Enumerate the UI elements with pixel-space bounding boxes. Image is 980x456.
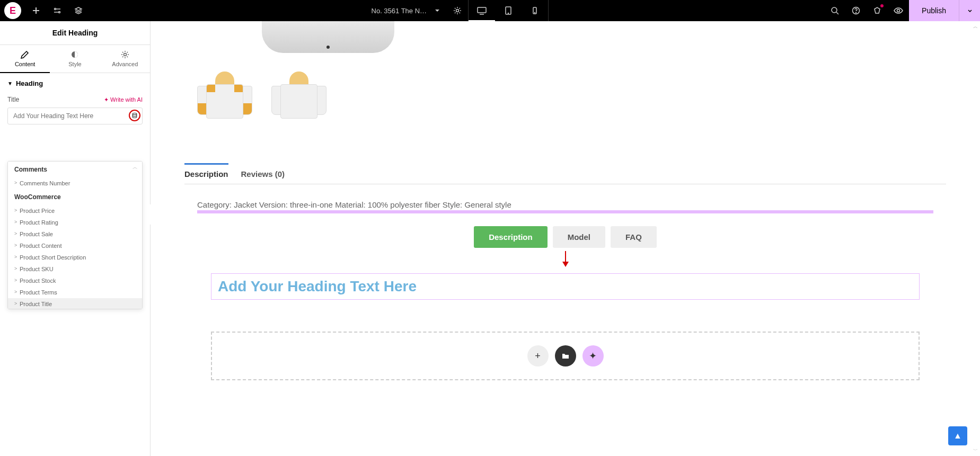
panel-title: Edit Heading [0, 21, 150, 45]
dd-item-product-content[interactable]: Product Content [8, 240, 142, 252]
selection-highlight [197, 210, 933, 213]
add-section-area[interactable]: + ✦ [211, 332, 920, 380]
svg-point-22 [133, 113, 137, 115]
heading-widget[interactable]: Add Your Heading Text Here [211, 273, 920, 300]
device-mobile[interactable] [522, 0, 548, 21]
svg-point-2 [55, 8, 56, 10]
page-selector[interactable]: No. 3561 The No… [365, 0, 447, 21]
annotation-arrow-icon [560, 251, 571, 270]
topbar-right: Publish [824, 0, 980, 21]
page-settings-button[interactable] [447, 0, 468, 21]
section-heading-toggle[interactable]: ▼ Heading [0, 73, 150, 94]
woo-tab-reviews[interactable]: Reviews (0) [241, 164, 285, 184]
add-section-folder[interactable] [555, 345, 576, 366]
dd-item-comments-number[interactable]: Comments Number [8, 177, 142, 189]
caret-down-icon: ▼ [7, 81, 13, 86]
topbar-center: No. 3561 The No… [89, 0, 824, 21]
help-button[interactable] [845, 0, 867, 21]
svg-point-19 [897, 10, 900, 12]
dd-item-product-rating[interactable]: Product Rating [8, 217, 142, 228]
dynamic-tags-dropdown: ︿ Comments Comments Number WooCommerce P… [7, 161, 143, 309]
inner-tab-model[interactable]: Model [553, 226, 605, 248]
add-section-ai[interactable]: ✦ [582, 345, 604, 366]
dropdown-collapse[interactable]: ︿ [133, 164, 138, 171]
title-label: Title [7, 96, 19, 103]
write-with-ai-link[interactable]: ✦ Write with AI [104, 96, 143, 103]
publish-options[interactable] [959, 0, 980, 21]
dd-item-product-title[interactable]: Product Title [8, 298, 142, 309]
svg-point-21 [123, 53, 126, 56]
dd-group-woocommerce: WooCommerce [8, 189, 142, 205]
thumbnail-2[interactable] [267, 69, 331, 132]
device-tablet[interactable] [495, 0, 522, 21]
svg-point-12 [508, 13, 508, 14]
svg-point-8 [456, 10, 458, 12]
structure-button[interactable] [68, 0, 89, 21]
inner-tab-faq[interactable]: FAQ [611, 226, 657, 248]
tab-content-label: Content [15, 61, 36, 67]
tab-style[interactable]: Style [50, 45, 100, 73]
device-desktop[interactable] [469, 0, 495, 21]
product-thumbnails [193, 69, 959, 132]
product-main-image [262, 21, 394, 53]
canvas-inner: Description Reviews (0) Category: Jacket… [172, 21, 959, 380]
canvas: ︿﹀ Description Reviews (0) Category: Jac… [151, 21, 980, 456]
topbar: E No. 3561 The No… Publish [0, 0, 980, 21]
thumbnail-1[interactable] [193, 69, 257, 132]
publish-button[interactable]: Publish [909, 0, 959, 21]
preview-button[interactable] [888, 0, 909, 21]
section-heading-label: Heading [16, 79, 43, 87]
dd-item-product-short-desc[interactable]: Product Short Description [8, 252, 142, 263]
pencil-icon [21, 50, 29, 59]
notifications-button[interactable] [867, 0, 888, 21]
dd-item-product-price[interactable]: Product Price [8, 205, 142, 217]
add-element-button[interactable] [25, 0, 47, 21]
svg-point-5 [59, 12, 60, 13]
woo-product-tabs: Description Reviews (0) [184, 164, 946, 184]
editor-sidebar: Edit Heading Content Style Advanced ▼ He… [0, 21, 151, 456]
svg-point-18 [856, 13, 857, 13]
chevron-down-icon [434, 7, 440, 14]
scrollbar-arrows: ︿﹀ [973, 23, 978, 454]
dd-item-product-sku[interactable]: Product SKU [8, 263, 142, 275]
tab-content[interactable]: Content [0, 45, 50, 73]
main: Edit Heading Content Style Advanced ▼ He… [0, 21, 980, 456]
inner-tabs: Description Model FAQ [172, 226, 959, 248]
product-description-text: Category: Jacket Version: three-in-one M… [197, 200, 933, 209]
svg-point-15 [832, 7, 837, 13]
woo-tab-description[interactable]: Description [184, 164, 228, 184]
gear-icon [121, 50, 129, 59]
device-switcher [468, 0, 549, 21]
settings-button[interactable] [47, 0, 68, 21]
tab-advanced[interactable]: Advanced [100, 45, 150, 73]
panel-tabs: Content Style Advanced [0, 45, 150, 73]
dd-item-product-sale[interactable]: Product Sale [8, 228, 142, 240]
svg-line-16 [836, 12, 838, 14]
heading-text: Add Your Heading Text Here [218, 278, 913, 295]
search-button[interactable] [824, 0, 845, 21]
title-input[interactable] [7, 108, 143, 124]
title-input-wrap [7, 108, 143, 124]
svg-rect-9 [478, 7, 486, 13]
dd-group-comments: Comments [8, 162, 142, 177]
add-section-plus[interactable]: + [527, 345, 549, 366]
page-name: No. 3561 The No… [372, 7, 430, 15]
scroll-to-top-button[interactable]: ▲ [948, 426, 967, 445]
dd-item-product-terms[interactable]: Product Terms [8, 287, 142, 298]
topbar-left: E [0, 0, 89, 21]
tab-advanced-label: Advanced [112, 61, 138, 67]
svg-point-14 [534, 13, 535, 13]
elementor-logo[interactable]: E [4, 2, 21, 19]
tab-style-label: Style [68, 61, 81, 67]
title-field-row: Title ✦ Write with AI [0, 94, 150, 108]
dynamic-tags-button[interactable] [129, 110, 140, 121]
database-icon [131, 112, 138, 119]
inner-tab-description[interactable]: Description [474, 226, 548, 248]
style-icon [70, 50, 79, 59]
folder-icon [561, 352, 570, 360]
dd-item-product-stock[interactable]: Product Stock [8, 275, 142, 287]
